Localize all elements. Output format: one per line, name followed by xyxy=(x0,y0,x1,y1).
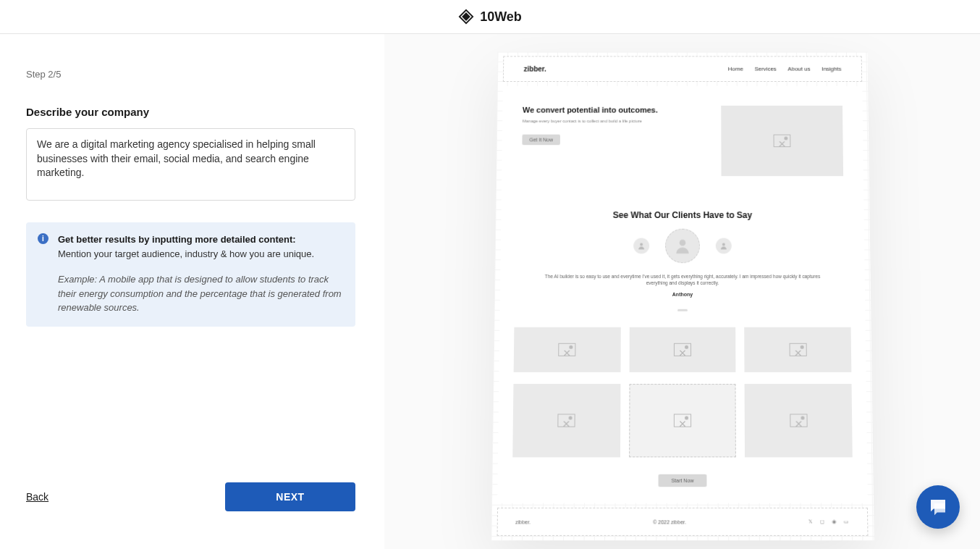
preview-nav: Home Services About us Insights xyxy=(727,65,841,72)
company-description-label: Describe your company xyxy=(26,106,355,118)
image-placeholder-icon xyxy=(557,414,575,427)
tip-box: i Get better results by inputting more d… xyxy=(26,222,355,327)
website-preview-canvas: zibber. Home Services About us Insights … xyxy=(491,51,874,540)
preview-avatars xyxy=(500,228,864,269)
image-placeholder-icon xyxy=(773,134,790,147)
next-button[interactable]: NEXT xyxy=(225,482,355,511)
preview-testimonial-text: The AI builder is so easy to use and eve… xyxy=(500,270,865,289)
image-placeholder-icon xyxy=(789,343,806,356)
preview-card xyxy=(744,384,852,457)
chat-icon xyxy=(927,496,949,518)
preview-hero-title: We convert potential into outcomes. xyxy=(522,105,706,114)
tip-example: Example: A mobile app that is designed t… xyxy=(58,272,344,315)
chat-widget-button[interactable] xyxy=(916,485,960,529)
youtube-icon: ▭ xyxy=(843,519,849,524)
company-description-input[interactable] xyxy=(37,138,345,188)
tip-title: Get better results by inputting more det… xyxy=(58,234,296,245)
back-button[interactable]: Back xyxy=(26,491,48,503)
image-placeholder-icon xyxy=(558,343,575,356)
preview-testimonials-title: See What Our Clients Have to Say xyxy=(501,193,864,228)
tip-line: Mention your target audience, industry &… xyxy=(58,248,314,259)
preview-card xyxy=(629,327,736,372)
avatar-icon xyxy=(715,238,731,253)
preview-grid-row1 xyxy=(499,327,866,383)
svg-point-1 xyxy=(679,239,685,246)
app-header: 10Web xyxy=(0,0,980,34)
preview-pager xyxy=(499,301,865,327)
svg-point-2 xyxy=(722,243,725,246)
preview-header: zibber. Home Services About us Insights xyxy=(502,56,861,82)
svg-point-0 xyxy=(640,243,643,246)
preview-hero-image-placeholder xyxy=(721,105,843,175)
brand-logo-icon xyxy=(458,9,474,25)
twitter-icon: 𝕏 xyxy=(808,519,814,524)
preview-footer: zibber. © 2022 zibber. 𝕏 ◻ ◉ ▭ xyxy=(497,508,868,536)
preview-hero-subtitle: Manage every buyer contact is to collect… xyxy=(522,119,706,125)
preview-panel: zibber. Home Services About us Insights … xyxy=(384,34,980,549)
preview-card-selected xyxy=(628,384,735,457)
dribbble-icon: ◉ xyxy=(832,519,837,524)
image-placeholder-icon xyxy=(673,343,690,356)
preview-nav-item: Services xyxy=(754,65,776,72)
brand-name: 10Web xyxy=(480,9,522,25)
preview-start-cta: Start Now xyxy=(658,474,707,487)
preview-nav-item: About us xyxy=(787,65,810,72)
preview-grid-row2 xyxy=(497,384,867,472)
preview-card xyxy=(513,327,620,372)
company-description-field-wrap xyxy=(26,128,355,201)
preview-footer-brand: zibber. xyxy=(515,519,531,524)
image-placeholder-icon xyxy=(789,414,806,427)
main-layout: Step 2/5 Describe your company i Get bet… xyxy=(0,34,980,549)
step-indicator: Step 2/5 xyxy=(26,69,355,80)
instagram-icon: ◻ xyxy=(820,519,826,524)
preview-card xyxy=(744,327,851,372)
preview-hero-cta: Get It Now xyxy=(522,134,560,145)
avatar-icon xyxy=(665,228,700,262)
preview-nav-item: Home xyxy=(727,65,743,72)
preview-hero: We convert potential into outcomes. Mana… xyxy=(501,85,863,193)
preview-testimonial-name: Anthony xyxy=(499,289,864,301)
avatar-icon xyxy=(633,238,649,253)
form-footer-actions: Back NEXT xyxy=(26,482,355,511)
preview-social-icons: 𝕏 ◻ ◉ ▭ xyxy=(808,519,849,524)
image-placeholder-icon xyxy=(673,414,690,427)
preview-start-now: Start Now xyxy=(497,472,868,503)
preview-nav-item: Insights xyxy=(821,65,841,72)
preview-footer-copy: © 2022 zibber. xyxy=(653,519,686,524)
info-icon: i xyxy=(38,233,48,244)
preview-brand: zibber. xyxy=(523,64,546,72)
preview-card xyxy=(512,384,620,457)
form-panel: Step 2/5 Describe your company i Get bet… xyxy=(0,34,384,549)
